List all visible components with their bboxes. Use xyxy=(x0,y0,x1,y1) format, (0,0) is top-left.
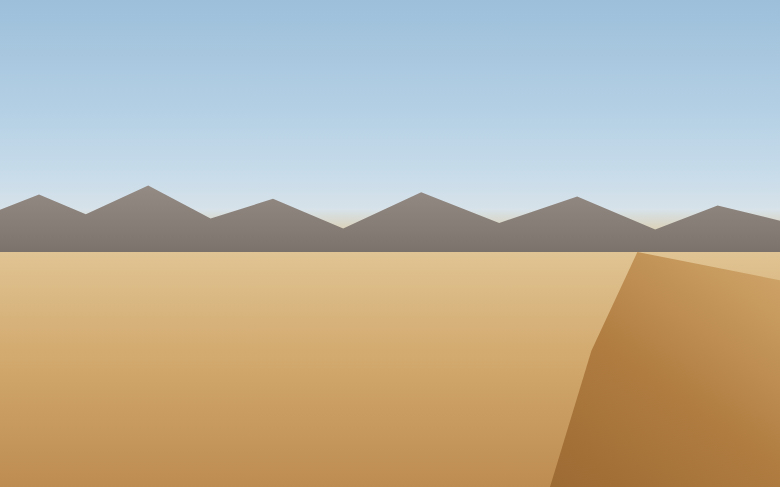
desktop: Microsoft Edge File Edit View History Fa… xyxy=(0,0,780,487)
